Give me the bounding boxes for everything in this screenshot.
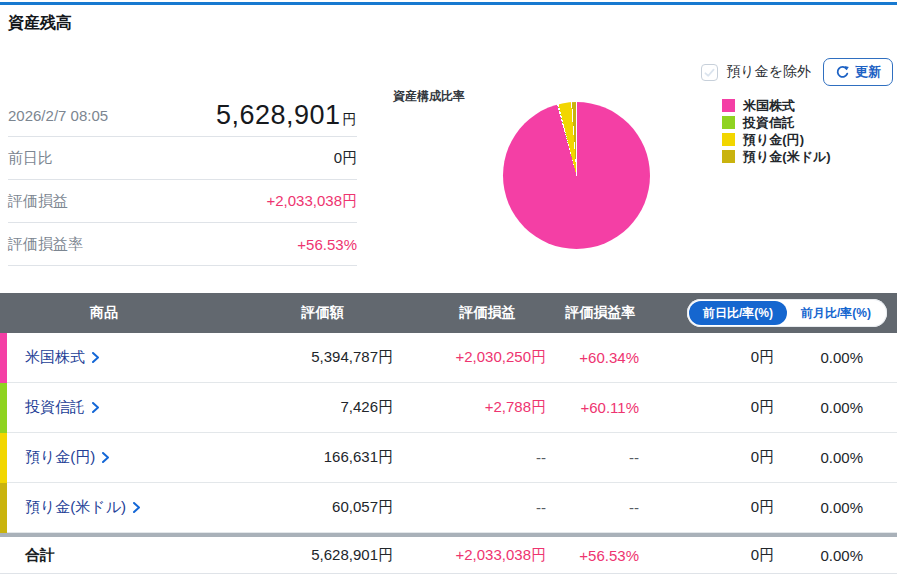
table-header: 商品 評価額 評価損益 評価損益率 前日比/率(%) 前月比/率(%) (0, 293, 897, 333)
legend-item: 投資信託 (722, 114, 831, 131)
legend-label: 米国株式 (743, 97, 795, 115)
summary-total-row: 2026/2/7 08:05 5,628,901円 (8, 94, 357, 137)
legend-item: 米国株式 (722, 97, 831, 114)
chevron-right-icon (102, 452, 109, 463)
exclude-deposits-checkbox[interactable]: 預り金を除外 (701, 63, 811, 81)
col-header-pl: 評価損益 (393, 304, 546, 322)
legend-swatch (722, 150, 735, 163)
chevron-right-icon (92, 402, 99, 413)
checkbox-box[interactable] (701, 64, 718, 81)
legend-label: 預り金(円) (743, 131, 804, 149)
legend-label: 投資信託 (743, 114, 795, 132)
pl-pct-cell: +60.34% (546, 349, 639, 366)
table-row: 投資信託 7,426円 +2,788円 +60.11% 0円 0.00% (0, 383, 897, 433)
legend-item: 預り金(円) (722, 131, 831, 148)
refresh-icon (835, 65, 850, 80)
product-link[interactable]: 預り金(米ドル) (0, 498, 208, 517)
pl-pct-cell: -- (546, 449, 639, 466)
refresh-label: 更新 (855, 63, 881, 81)
row-color-bar (0, 383, 7, 433)
legend-swatch (722, 116, 735, 129)
summary-row-value: +56.53% (297, 236, 357, 253)
summary-row-value: +2,033,038円 (267, 192, 358, 211)
product-name: 預り金(円) (25, 448, 95, 467)
summary-detail-rows: 前日比 0円 評価損益 +2,033,038円 評価損益率 +56.53% (8, 137, 357, 266)
summary-panel: 2026/2/7 08:05 5,628,901円 前日比 0円 評価損益 +2… (8, 94, 357, 266)
period-toggle: 前日比/率(%) 前月比/率(%) (687, 299, 887, 327)
toggle-monthly-button[interactable]: 前月比/率(%) (787, 301, 885, 325)
pl-pct-cell: +60.11% (546, 399, 639, 416)
total-label: 合計 (0, 546, 208, 565)
pl-cell: -- (393, 449, 546, 466)
chevron-right-icon (92, 352, 99, 363)
valuation-cell: 166,631円 (208, 448, 393, 467)
refresh-button[interactable]: 更新 (823, 58, 893, 86)
product-name: 米国株式 (25, 348, 85, 367)
asset-composition-pie (503, 102, 650, 249)
col-header-pl-pct: 評価損益率 (546, 304, 639, 322)
yen-suffix: 円 (343, 111, 358, 127)
row-color-bar (0, 333, 7, 383)
summary-row: 前日比 0円 (8, 137, 357, 180)
asset-balance-page: 資産残高 預り金を除外 更新 2026/2/7 08:05 5,628,901円… (0, 0, 900, 586)
check-icon (703, 66, 716, 79)
pie-legend: 米国株式 投資信託 預り金(円) 預り金(米ドル) (722, 97, 831, 165)
top-accent-line (0, 2, 897, 5)
toggle-daily-button[interactable]: 前日比/率(%) (689, 301, 787, 325)
total-row: 合計 5,628,901円 +2,033,038円 +56.53% 0円 0.0… (0, 533, 897, 574)
legend-item: 預り金(米ドル) (722, 148, 831, 165)
table-row: 米国株式 5,394,787円 +2,030,250円 +60.34% 0円 0… (0, 333, 897, 383)
summary-row-label: 評価損益 (8, 192, 68, 211)
summary-row-label: 前日比 (8, 149, 53, 168)
exclude-deposits-label: 預り金を除外 (726, 63, 811, 81)
row-color-bar (0, 483, 7, 533)
table-row: 預り金(米ドル) 60,057円 -- -- 0円 0.00% (0, 483, 897, 533)
total-asset-value: 5,628,901円 (216, 100, 357, 131)
pl-cell: -- (393, 499, 546, 516)
chevron-right-icon (133, 502, 140, 513)
summary-row-value: 0円 (334, 149, 357, 168)
day-change-cell: 0円 (639, 398, 774, 417)
valuation-cell: 60,057円 (208, 498, 393, 517)
day-pct-cell: 0.00% (774, 349, 863, 366)
table-body: 米国株式 5,394,787円 +2,030,250円 +60.34% 0円 0… (0, 333, 897, 533)
col-header-product: 商品 (0, 304, 208, 322)
day-change-cell: 0円 (639, 498, 774, 517)
summary-row: 評価損益率 +56.53% (8, 223, 357, 266)
day-pct-cell: 0.00% (774, 399, 863, 416)
pie-chart-title: 資産構成比率 (393, 88, 465, 105)
valuation-cell: 7,426円 (208, 398, 393, 417)
as-of-timestamp: 2026/2/7 08:05 (8, 107, 108, 124)
summary-row-label: 評価損益率 (8, 235, 83, 254)
legend-label: 預り金(米ドル) (743, 148, 831, 166)
summary-row: 評価損益 +2,033,038円 (8, 180, 357, 223)
day-change-cell: 0円 (639, 448, 774, 467)
row-color-bar (0, 433, 7, 483)
pl-cell: +2,030,250円 (393, 348, 546, 367)
total-day-change: 0円 (639, 546, 774, 565)
product-link[interactable]: 米国株式 (0, 348, 208, 367)
total-pl-pct: +56.53% (546, 547, 639, 564)
day-pct-cell: 0.00% (774, 499, 863, 516)
legend-swatch (722, 133, 735, 146)
product-name: 投資信託 (25, 398, 85, 417)
col-header-valuation: 評価額 (208, 304, 393, 322)
total-pl: +2,033,038円 (393, 546, 546, 565)
product-link[interactable]: 投資信託 (0, 398, 208, 417)
pl-pct-cell: -- (546, 499, 639, 516)
legend-swatch (722, 99, 735, 112)
total-valuation: 5,628,901円 (208, 546, 393, 565)
page-title: 資産残高 (8, 13, 72, 34)
table-row: 預り金(円) 166,631円 -- -- 0円 0.00% (0, 433, 897, 483)
valuation-cell: 5,394,787円 (208, 348, 393, 367)
product-name: 預り金(米ドル) (25, 498, 126, 517)
header-controls: 預り金を除外 更新 (701, 57, 893, 87)
day-change-cell: 0円 (639, 348, 774, 367)
total-day-pct: 0.00% (774, 547, 863, 564)
product-link[interactable]: 預り金(円) (0, 448, 208, 467)
day-pct-cell: 0.00% (774, 449, 863, 466)
pl-cell: +2,788円 (393, 398, 546, 417)
holdings-table: 商品 評価額 評価損益 評価損益率 前日比/率(%) 前月比/率(%) 米国株式… (0, 293, 897, 574)
